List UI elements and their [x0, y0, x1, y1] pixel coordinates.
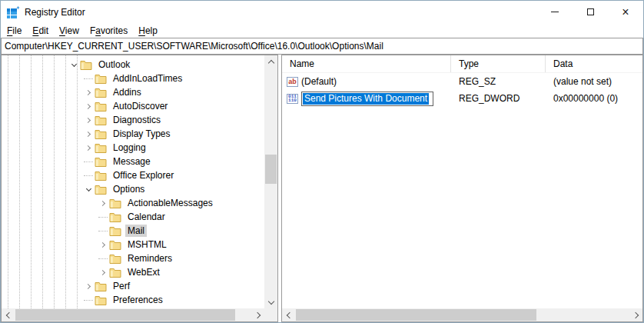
tree-item-office-explorer[interactable]: Office Explorer — [2, 168, 264, 182]
scroll-up-button[interactable] — [264, 55, 277, 68]
registry-tree: OutlookAddInLoadTimesAddinsAutoDiscoverD… — [2, 55, 264, 308]
tree-item-perf[interactable]: Perf — [2, 279, 264, 293]
expand-chevron-icon[interactable] — [82, 100, 95, 112]
chevron-icon — [85, 103, 90, 108]
dotted-connector — [98, 258, 108, 259]
tree-indent-guide — [77, 55, 78, 308]
expand-chevron-icon[interactable] — [82, 114, 95, 126]
folder-icon — [95, 142, 111, 153]
expand-chevron-icon[interactable] — [97, 266, 109, 278]
expand-chevron-icon[interactable] — [82, 128, 95, 140]
menu-item-edit[interactable]: Edit — [27, 25, 54, 37]
dotted-connector — [98, 231, 108, 231]
tree-vscroll-thumb[interactable] — [265, 155, 277, 184]
menu-item-file[interactable]: File — [2, 25, 27, 37]
expand-chevron-icon[interactable] — [97, 197, 109, 209]
collapse-chevron-icon[interactable] — [82, 183, 95, 195]
tree-vertical-scrollbar[interactable] — [264, 55, 277, 308]
expand-chevron-icon[interactable] — [82, 142, 95, 154]
tree-horizontal-scrollbar[interactable] — [2, 308, 264, 321]
folder-icon — [95, 184, 111, 195]
scroll-down-button[interactable] — [264, 295, 277, 308]
list-horizontal-scrollbar[interactable] — [282, 308, 642, 321]
leaf-connector — [97, 225, 109, 237]
leaf-connector — [82, 169, 95, 181]
registry-editor-icon — [7, 6, 20, 18]
value-type: REG_DWORD — [451, 93, 546, 104]
column-header-type[interactable]: Type — [451, 55, 546, 72]
expand-chevron-icon[interactable] — [82, 280, 95, 292]
tree-item-logging[interactable]: Logging — [2, 141, 264, 155]
tree-item-label: Addins — [111, 86, 144, 98]
chevron-icon — [99, 241, 105, 247]
tree-item-label: Display Types — [111, 128, 172, 140]
value-name-cell: ab(Default) — [282, 76, 451, 87]
column-header-data[interactable]: Data — [546, 55, 642, 72]
tree-item-outlook[interactable]: Outlook — [2, 58, 264, 72]
tree-indent-guide — [8, 55, 8, 308]
tree-item-preferences[interactable]: Preferences — [2, 293, 264, 307]
folder-icon — [95, 73, 111, 84]
tree-vscroll-track[interactable] — [264, 68, 277, 295]
folder-icon — [95, 101, 111, 112]
tree-hscroll-track[interactable] — [15, 308, 251, 321]
scroll-right-icon — [254, 311, 260, 318]
tree-item-calendar[interactable]: Calendar — [2, 210, 264, 224]
chevron-icon — [85, 89, 90, 95]
menu-item-favorites[interactable]: Favorites — [85, 25, 133, 37]
tree-item-label: Logging — [111, 142, 148, 154]
scroll-right-button[interactable] — [629, 308, 642, 321]
scroll-left-button[interactable] — [2, 308, 15, 321]
tree-item-message[interactable]: Message — [2, 155, 264, 168]
scroll-right-button[interactable] — [251, 308, 264, 321]
tree-item-mshtml[interactable]: MSHTML — [2, 238, 264, 251]
tree-item-options[interactable]: Options — [2, 182, 264, 196]
list-hscroll-thumb[interactable] — [296, 309, 536, 321]
leaf-connector — [82, 155, 95, 168]
tree-item-webext[interactable]: WebExt — [2, 265, 264, 279]
expand-chevron-icon[interactable] — [82, 86, 95, 98]
tree-item-addins[interactable]: Addins — [2, 85, 264, 99]
scroll-down-icon — [267, 298, 274, 304]
expand-chevron-icon[interactable] — [97, 238, 109, 251]
folder-icon — [109, 211, 125, 222]
scroll-right-icon — [632, 311, 638, 318]
value-row-send-pictures-with-document[interactable]: 011110Send Pictures With DocumentREG_DWO… — [282, 90, 642, 107]
collapse-chevron-icon[interactable] — [68, 58, 80, 71]
minimize-button[interactable] — [537, 1, 573, 23]
folder-icon — [109, 225, 125, 236]
menu-item-view[interactable]: View — [54, 25, 85, 37]
rename-edit-box[interactable]: Send Pictures With Document — [301, 92, 433, 106]
folder-icon — [109, 198, 125, 208]
address-bar-input[interactable]: Computer\HKEY_CURRENT_USER\SOFTWARE\Micr… — [1, 38, 643, 55]
tree-item-display-types[interactable]: Display Types — [2, 127, 264, 141]
dotted-connector — [84, 78, 93, 79]
tree-item-label: WebExt — [125, 266, 162, 278]
minimize-icon — [551, 12, 559, 12]
tree-item-label: Options — [111, 183, 147, 195]
value-name: (Default) — [301, 76, 337, 87]
tree-item-addinloadtimes[interactable]: AddInLoadTimes — [2, 72, 264, 85]
tree-hscroll-thumb[interactable] — [15, 309, 235, 321]
tree-item-diagnostics[interactable]: Diagnostics — [2, 113, 264, 127]
list-hscroll-track[interactable] — [295, 308, 629, 321]
string-value-icon: ab — [287, 77, 298, 87]
scrollbar-corner — [264, 308, 277, 321]
folder-icon — [95, 115, 111, 125]
menu-item-help[interactable]: Help — [133, 25, 163, 37]
dotted-connector — [84, 162, 93, 162]
scroll-left-button[interactable] — [282, 308, 295, 321]
maximize-button[interactable] — [573, 1, 608, 23]
column-header-name[interactable]: Name — [282, 55, 451, 72]
tree-item-mail[interactable]: Mail — [2, 224, 264, 238]
tree-item-actionablemessages[interactable]: ActionableMessages — [2, 196, 264, 210]
chevron-icon — [99, 200, 105, 205]
value-row--default-[interactable]: ab(Default)REG_SZ(value not set) — [282, 73, 642, 90]
tree-item-autodiscover[interactable]: AutoDiscover — [2, 99, 264, 113]
close-button[interactable]: × — [608, 1, 643, 23]
scroll-left-icon — [6, 311, 12, 318]
tree-item-reminders[interactable]: Reminders — [2, 251, 264, 265]
tree-item-label: Office Explorer — [111, 169, 176, 181]
registry-grid-icon — [7, 8, 17, 18]
folder-icon — [95, 128, 111, 139]
